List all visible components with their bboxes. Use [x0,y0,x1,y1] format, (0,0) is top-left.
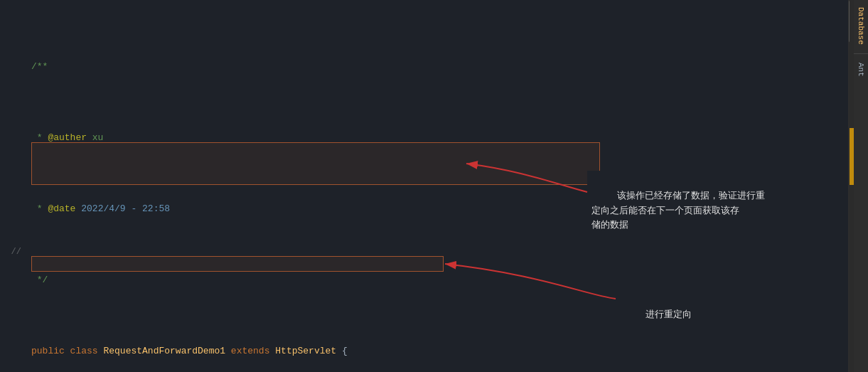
code-content: /** * @auther xu * @date 2022/4/9 - 22:5… [26,0,854,372]
editor-area: // /** * @auther xu * @date 2022/4/9 - 2… [0,0,854,372]
highlight-box-2 [31,256,444,272]
right-sidebar: Database Ant [854,0,868,372]
sidebar-tab-ant[interactable]: Ant [855,57,867,83]
annotation-box-2: 进行重定向 [616,290,696,338]
main-container: // /** * @auther xu * @date 2022/4/9 - 2… [0,0,868,372]
code-line-4: */ [31,273,848,287]
minimap [850,0,854,372]
code-line-1: /** [31,60,848,74]
sidebar-divider-1 [854,53,868,54]
code-line-5: public class RequestAndForwardDemo1 exte… [31,344,848,358]
sidebar-tab-database[interactable]: Database [855,1,867,51]
line-numbers: // [0,0,26,372]
annotation-box-1: 该操作已经存储了数据，验证进行重定向之后能否在下一个页面获取该存储的数据 [587,171,769,250]
minimap-highlight [850,128,854,185]
highlight-box-1 [31,142,600,185]
code-line-2: * @auther xu [31,131,848,145]
